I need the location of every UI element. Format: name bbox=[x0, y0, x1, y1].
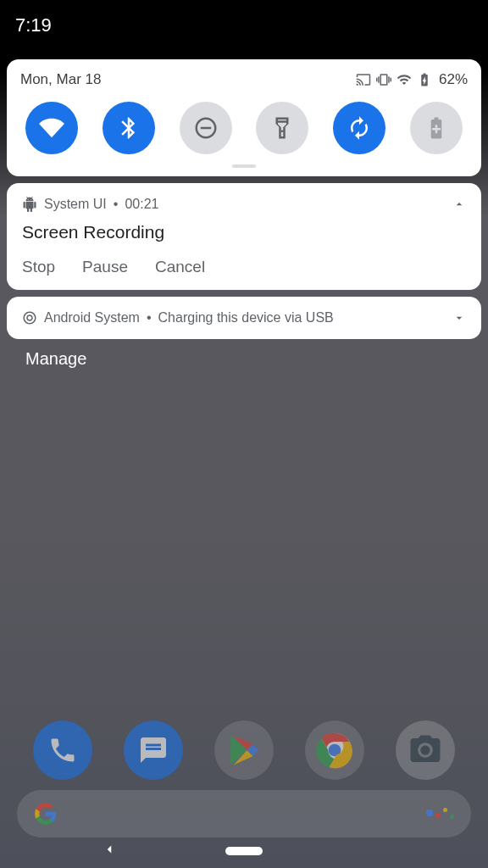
status-icons: 62% bbox=[356, 71, 468, 88]
wifi-icon bbox=[39, 115, 64, 141]
qs-tile-dnd[interactable] bbox=[180, 102, 232, 154]
notif-header: System UI • 00:21 bbox=[22, 197, 466, 212]
qs-header: Mon, Mar 18 62% bbox=[20, 71, 468, 88]
assistant-icon[interactable] bbox=[426, 810, 454, 819]
navigation-bar bbox=[0, 834, 488, 868]
dock-phone[interactable] bbox=[33, 721, 92, 780]
phone-icon bbox=[47, 735, 78, 765]
nav-home-pill[interactable] bbox=[225, 847, 263, 855]
flashlight-icon bbox=[269, 115, 295, 141]
dock-chrome[interactable] bbox=[305, 721, 364, 780]
status-bar: 7:19 bbox=[0, 0, 488, 51]
status-time: 7:19 bbox=[15, 14, 52, 36]
notification-charging[interactable]: Android System • Charging this device vi… bbox=[7, 297, 481, 339]
google-icon bbox=[34, 802, 58, 826]
bullet: • bbox=[147, 310, 152, 326]
notification-shade[interactable]: Mon, Mar 18 62% bbox=[0, 59, 488, 369]
notif-summary: Charging this device via USB bbox=[158, 310, 334, 326]
action-cancel[interactable]: Cancel bbox=[155, 258, 205, 276]
back-icon bbox=[102, 842, 117, 857]
settings-circle-icon bbox=[22, 310, 37, 326]
dock-play-store[interactable] bbox=[214, 721, 274, 780]
dock-camera[interactable] bbox=[396, 721, 455, 780]
chevron-up-icon[interactable] bbox=[452, 198, 466, 211]
android-icon bbox=[22, 197, 37, 212]
chrome-icon bbox=[316, 732, 353, 769]
notification-screen-recording[interactable]: System UI • 00:21 Screen Recording Stop … bbox=[7, 183, 481, 290]
battery-status-icon bbox=[417, 72, 432, 87]
search-bar[interactable] bbox=[17, 790, 471, 837]
action-stop[interactable]: Stop bbox=[22, 258, 55, 276]
battery-percentage: 62% bbox=[439, 71, 468, 88]
qs-tile-battery-saver[interactable] bbox=[410, 102, 463, 154]
wifi-status-icon bbox=[396, 72, 412, 87]
chevron-down-icon[interactable] bbox=[452, 311, 466, 325]
qs-tile-flashlight[interactable] bbox=[256, 102, 308, 154]
qs-tile-wifi[interactable] bbox=[25, 102, 78, 154]
bullet: • bbox=[114, 197, 119, 212]
rotation-icon bbox=[347, 115, 372, 141]
notif-app-name: Android System bbox=[44, 310, 140, 326]
dock-messages[interactable] bbox=[124, 721, 183, 780]
qs-tiles-row bbox=[20, 100, 468, 164]
bluetooth-icon bbox=[116, 115, 141, 141]
play-store-icon bbox=[226, 732, 262, 768]
cast-icon bbox=[356, 72, 371, 87]
quick-settings-panel: Mon, Mar 18 62% bbox=[7, 59, 481, 176]
notif-title: Screen Recording bbox=[22, 222, 466, 242]
vibrate-icon bbox=[376, 72, 391, 87]
manage-button[interactable]: Manage bbox=[25, 349, 488, 369]
camera-icon bbox=[408, 732, 443, 768]
dock bbox=[0, 721, 488, 780]
qs-tile-rotation[interactable] bbox=[333, 102, 385, 154]
qs-drag-handle[interactable] bbox=[232, 164, 256, 168]
notif-time: 00:21 bbox=[125, 197, 158, 212]
date-label: Mon, Mar 18 bbox=[20, 71, 101, 88]
action-pause[interactable]: Pause bbox=[82, 258, 128, 276]
notif-actions: Stop Pause Cancel bbox=[22, 258, 466, 276]
qs-tile-bluetooth[interactable] bbox=[103, 102, 155, 154]
notif-app-name: System UI bbox=[44, 197, 107, 212]
messages-icon bbox=[138, 735, 169, 765]
notif-header: Android System • Charging this device vi… bbox=[22, 310, 466, 326]
battery-saver-icon bbox=[424, 115, 449, 141]
dnd-icon bbox=[193, 115, 219, 141]
nav-back-button[interactable] bbox=[102, 842, 117, 861]
